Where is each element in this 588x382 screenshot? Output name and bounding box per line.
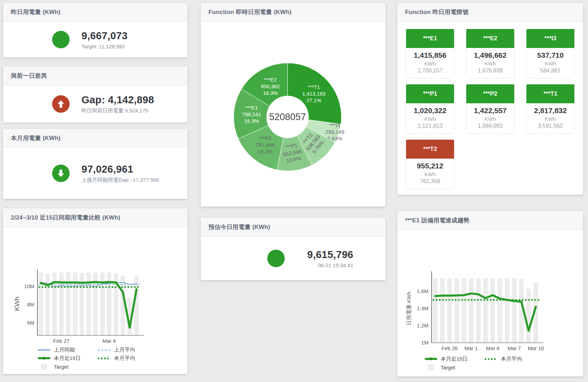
tile-status-header: ***E1 [406, 29, 454, 48]
tile-value: 537,710 [528, 51, 573, 60]
card-month-usage-header: 本月用電量 (KWh) [3, 129, 187, 148]
status-tiles-grid: ***E11,415,856KWh1,700,157***E21,496,662… [397, 22, 583, 195]
e1-trend-header: ***E1 設備用電達成趨勢 [397, 211, 583, 230]
panel-status-tiles: Function 昨日用電燈號 ***E11,415,856KWh1,700,1… [397, 3, 583, 195]
x-tick-label: Mar 6 [102, 338, 116, 344]
target-bar [447, 278, 452, 343]
tile-target: 3,591,562 [528, 123, 573, 129]
card-month-usage-text: 97,026,961 上個月同期用電Gap: -17,377,566 [82, 164, 159, 183]
card-month-usage-title[interactable]: 本月用電量 (KWh) [11, 134, 61, 142]
donut-title[interactable]: Function 即時日用電量 (KWh) [208, 8, 291, 16]
tiles-header: Function 昨日用電燈號 [397, 3, 583, 22]
target-bar [433, 278, 438, 343]
e1-trend-chart: 1M1.2M1.4M1.6MFeb 26Mar 1Mar 4Mar 7Mar 1… [397, 230, 583, 355]
target-bar [440, 278, 445, 343]
comparison-legend: 上月同期上月平均本月近15日本月平均Target [3, 346, 187, 371]
legend-label: 本月平均 [114, 355, 135, 362]
status-tile-P2: ***P21,422,557KWh1,684,092 [466, 84, 515, 134]
target-swatch-icon [41, 364, 47, 369]
tile-unit: KWh [408, 116, 453, 122]
tile-target: 584,861 [528, 68, 573, 74]
tile-target: 1,700,157 [408, 68, 453, 74]
status-circle-icon [267, 250, 285, 267]
card-yesterday-title[interactable]: 昨日用電量 (KWh) [11, 8, 61, 16]
tile-body: 1,422,557KWh1,684,092 [466, 103, 514, 133]
legend-item-上月平均[interactable]: 上月平均 [98, 347, 158, 353]
dotted-line-icon [485, 358, 497, 360]
thick-line-icon [38, 357, 50, 359]
legend-row: Target [425, 363, 583, 371]
tile-status-header: ***P2 [466, 84, 514, 103]
donut-header: Function 即時日用電量 (KWh) [201, 3, 385, 22]
y-axis-title: 日用電量 KWh [406, 292, 412, 326]
status-circle-icon [52, 31, 70, 48]
comparison-chart: 6M8M10MFeb 27Mar 6KWh [3, 227, 187, 346]
tile-value: 1,496,662 [468, 51, 513, 60]
status-tile-T2: ***T2955,212KWh762,358 [406, 139, 454, 189]
legend-label: 上月平均 [114, 347, 135, 353]
tile-unit: KWh [468, 116, 513, 122]
x-tick-label: Feb 26 [441, 345, 458, 351]
y-tick-label: 8M [27, 301, 34, 307]
dashed-line-icon [98, 349, 111, 350]
card-day-gap-header: 與前一日差異 [3, 67, 187, 85]
x-tick-label: Mar 10 [527, 345, 544, 351]
tiles-title[interactable]: Function 昨日用電燈號 [405, 8, 468, 16]
status-tile-I3: ***I3537,710KWh584,861 [526, 29, 575, 78]
tile-target: 1,121,613 [408, 123, 453, 129]
y-tick-label: 10M [24, 283, 34, 289]
y-axis-title: KWh [13, 297, 21, 311]
panel-realtime-donut: Function 即時日用電量 (KWh) ***T11,413,18327.1… [201, 3, 385, 207]
card-yesterday-text: 9,667,073 Target: 11,128,992 [82, 30, 128, 49]
card-month-usage-body: 97,026,961 上個月同期用電Gap: -17,377,566 [3, 148, 187, 199]
x-tick-label: Mar 4 [486, 345, 499, 351]
legend-label: Target [441, 364, 455, 370]
target-bar [512, 278, 517, 343]
arrow-up-icon [52, 95, 70, 113]
tile-unit: KWh [528, 61, 573, 67]
tile-unit: KWh [408, 61, 453, 67]
target-bar [134, 276, 139, 335]
card-day-gap-title[interactable]: 與前一日差異 [11, 72, 47, 80]
legend-label: 本月平均 [501, 356, 522, 362]
tile-target: 762,358 [408, 178, 453, 185]
legend-item-本月平均[interactable]: 本月平均 [485, 356, 545, 362]
target-bar [526, 289, 531, 343]
dotted-line-icon [98, 357, 111, 359]
tile-target: 1,675,939 [468, 68, 513, 74]
legend-label: 本月近15日 [441, 356, 468, 362]
forecast-value: 9,615,796 [294, 249, 353, 261]
panel-15day-comparison: 2/24~3/10 近15日同期用電量比較 (KWh) 6M8M10MFeb 2… [3, 208, 187, 374]
y-tick-label: 1M [421, 340, 428, 346]
y-tick-label: 1.2M [417, 322, 428, 328]
e1-trend-legend: 本月近15日本月平均Target [397, 355, 583, 371]
day-gap-subtext: 昨日與前日用電量 5,524,175 [82, 107, 154, 114]
legend-row: 本月近15日本月平均 [38, 354, 187, 362]
comparison-title[interactable]: 2/24~3/10 近15日同期用電量比較 (KWh) [11, 214, 120, 222]
legend-item-上月同期[interactable]: 上月同期 [38, 347, 98, 353]
legend-item-Target[interactable]: Target [425, 364, 485, 370]
month-usage-value: 97,026,961 [82, 164, 159, 175]
legend-item-Target[interactable]: Target [38, 364, 98, 370]
legend-row: 上月同期上月平均 [38, 346, 187, 354]
tile-value: 1,020,322 [408, 106, 453, 115]
legend-label: Target [54, 364, 69, 370]
legend-item-本月近15日[interactable]: 本月近15日 [38, 355, 98, 362]
tile-unit: KWh [408, 171, 453, 177]
legend-label: 上月同期 [54, 347, 75, 353]
legend-item-本月近15日[interactable]: 本月近15日 [425, 356, 485, 362]
status-tile-E2: ***E21,496,662KWh1,675,939 [466, 29, 515, 78]
e1-trend-title[interactable]: ***E1 設備用電達成趨勢 [405, 216, 469, 224]
tile-body: 1,020,322KWh1,121,613 [406, 103, 454, 133]
card-yesterday-body: 9,667,073 Target: 11,128,992 [3, 22, 187, 57]
tile-status-header: ***T1 [526, 84, 574, 103]
status-tile-E1: ***E11,415,856KWh1,700,157 [406, 29, 454, 78]
legend-item-本月平均[interactable]: 本月平均 [98, 355, 158, 362]
tile-unit: KWh [528, 116, 573, 122]
line-icon [38, 349, 50, 350]
card-forecast-title[interactable]: 預估今日用電量 (KWh) [208, 223, 270, 231]
yesterday-usage-value: 9,667,073 [82, 30, 128, 42]
target-bar [505, 278, 510, 343]
target-bar [454, 278, 459, 343]
card-yesterday-usage: 昨日用電量 (KWh) 9,667,073 Target: 11,128,992 [3, 3, 187, 57]
